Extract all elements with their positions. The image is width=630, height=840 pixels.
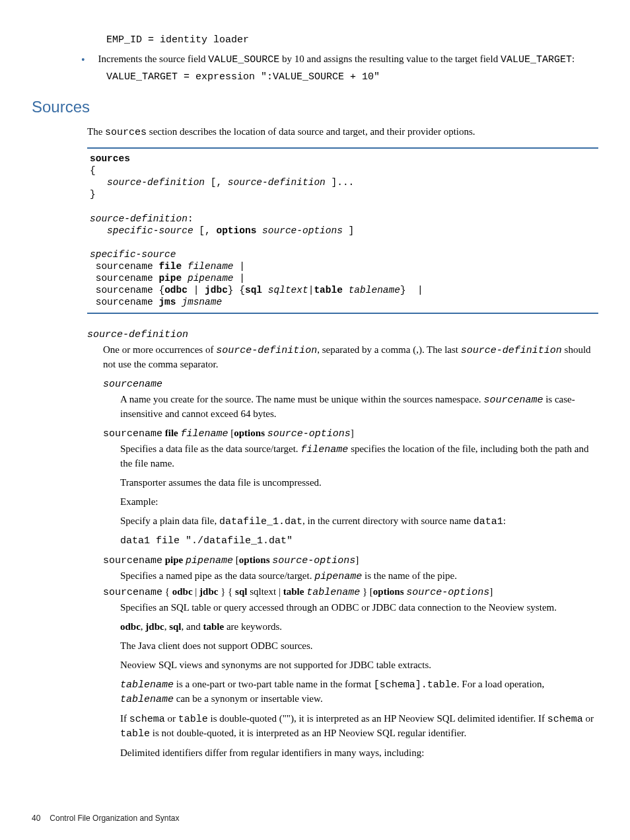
def-odbc-p4: Neoview SQL views and synonyms are not s… (120, 658, 598, 672)
code-var: pipename (186, 555, 233, 566)
var: specific-source (90, 249, 176, 260)
sp (182, 261, 188, 272)
txt: sourcename (90, 297, 158, 307)
var: jmsname (182, 297, 222, 307)
txt: { (162, 586, 172, 597)
var: source-definition (90, 213, 188, 224)
kw: options (216, 225, 256, 236)
code-var: source-options (267, 428, 351, 439)
code-var: source-options (406, 587, 489, 598)
sp (182, 273, 188, 284)
code: sourcename (103, 428, 162, 439)
def-odbc-p6: If schema or table is double-quoted ("")… (120, 712, 598, 741)
sp (262, 285, 268, 295)
text: is double-quoted (""), it is interpreted… (208, 713, 547, 724)
txt: } { (218, 586, 235, 597)
bullet-item: • Increments the source field VALUE_SOUR… (81, 52, 598, 67)
text: or (583, 713, 594, 724)
var: tablename (349, 285, 400, 295)
def-sourcename: A name you create for the source. The na… (120, 393, 598, 421)
code-var: source-definition (87, 329, 188, 340)
code-var: sourcename (483, 395, 543, 406)
code: sourcename (103, 587, 162, 598)
kw: jms (158, 297, 176, 307)
var: pipename (188, 273, 234, 284)
text: : (503, 515, 506, 526)
sp (256, 225, 262, 236)
term-file: sourcename file filename [options source… (103, 426, 598, 441)
text: A name you create for the source. The na… (120, 394, 483, 404)
txt: [, (205, 177, 228, 188)
code: sourcename (103, 555, 162, 566)
kw: odbc (172, 586, 193, 597)
sp (343, 285, 349, 295)
def-file-p4: Specify a plain data file, datafile_1.da… (120, 514, 598, 529)
code-emp-id: EMP_ID = identity loader (106, 33, 598, 47)
text: Specifies a named pipe as the data sourc… (120, 570, 314, 581)
var: specific-source (107, 225, 193, 236)
kw: jdbc (199, 586, 218, 597)
text: If (120, 713, 129, 724)
txt: [ (228, 428, 234, 438)
def-odbc-p7: Delimited identifiers differ from regula… (120, 746, 598, 760)
text: is the name of the pipe. (362, 570, 457, 581)
def-file-code: data1 file "./datafile_1.dat" (120, 534, 598, 548)
txt: } { (228, 285, 245, 295)
bullet-text: Increments the source field VALUE_SOURCE… (98, 52, 598, 67)
txt: ] (343, 225, 354, 236)
kw: sources (90, 153, 130, 164)
pipe: | (234, 273, 245, 284)
def-file-p3: Example: (120, 495, 598, 509)
text: Increments the source field (98, 54, 209, 64)
txt: are keywords. (224, 621, 282, 632)
kw: jdbc (145, 621, 164, 632)
code: data1 (473, 516, 503, 527)
txt: | (193, 586, 200, 597)
kw: options (373, 586, 406, 597)
txt: [, (193, 225, 217, 236)
kw: sql (245, 285, 262, 295)
var: source-options (262, 225, 343, 236)
page-content: EMP_ID = identity loader • Increments th… (0, 0, 630, 840)
kw: odbc (120, 621, 141, 632)
kw: file (162, 428, 181, 438)
kw: sql (235, 586, 247, 597)
heading-sources: Sources (32, 96, 598, 118)
code-var: tablename (120, 679, 174, 691)
sp (90, 225, 107, 236)
code-var: pipename (314, 571, 362, 582)
txt: sourcename { (90, 285, 164, 295)
term-sourcename: sourcename (103, 377, 598, 391)
bullet-dot-icon: • (81, 53, 85, 67)
code: VALUE_SOURCE (208, 54, 279, 65)
colon: : (188, 213, 193, 224)
var: sqltext (268, 285, 308, 295)
text: , in the current directory with source n… (302, 515, 473, 526)
code: schema (129, 714, 165, 725)
term-pipe: sourcename pipe pipename [options source… (103, 553, 598, 568)
txt: , and (182, 621, 203, 632)
txt: [ (233, 554, 239, 565)
kw: odbc (164, 285, 188, 295)
kw: table (283, 586, 306, 597)
intro-paragraph: The sources section describes the locati… (87, 125, 598, 139)
code-var: sourcename (103, 379, 162, 390)
text: can be a synonym or insertable view. (174, 693, 323, 704)
text: Specifies a data file as the data source… (120, 443, 300, 454)
text: , separated by a comma (,). The last (317, 344, 461, 355)
kw: table (314, 285, 343, 295)
kw: file (158, 261, 182, 272)
txt: sqltext | (247, 586, 283, 597)
syntax-box: sources { source-definition [, source-de… (87, 147, 598, 314)
def-odbc-p3: The Java client does not support ODBC so… (120, 639, 598, 653)
page-footer: 40Control File Organization and Syntax (32, 813, 179, 824)
code: table (178, 714, 208, 725)
footer-title: Control File Organization and Syntax (50, 814, 179, 823)
code-var: tablename (306, 587, 360, 598)
txt: ] (489, 586, 493, 597)
code: datafile_1.dat (219, 516, 302, 527)
var: source-definition (107, 177, 205, 188)
txt: sourcename (90, 273, 158, 284)
code-var: tablename (120, 694, 174, 705)
def-source-definition: One or more occurrences of source-defini… (103, 343, 598, 371)
